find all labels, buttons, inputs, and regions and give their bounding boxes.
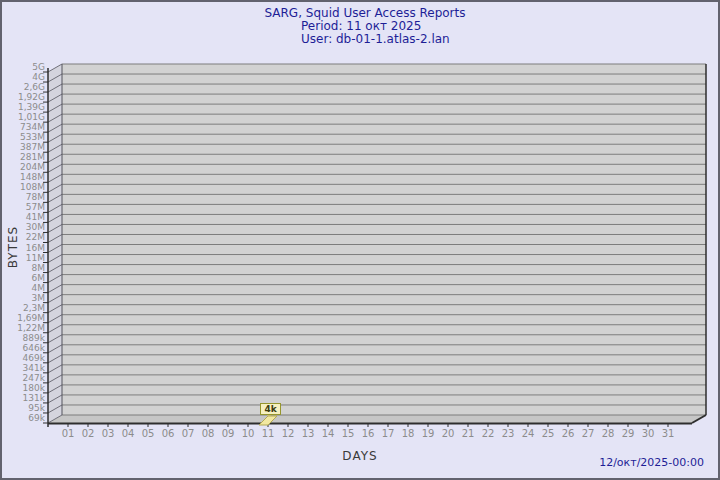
bytes-per-day-plot: [0, 0, 720, 480]
y-tick-label: 4G: [0, 72, 45, 82]
y-tick-label: 5G: [0, 62, 45, 72]
y-tick-label: 204M: [0, 162, 45, 172]
y-tick-label: 78M: [0, 192, 45, 202]
y-tick-label: 2,6G: [0, 82, 45, 92]
y-tick-label: 1,22M: [0, 323, 45, 333]
y-tick-label: 69k: [0, 413, 45, 423]
y-tick-label: 3M: [0, 293, 45, 303]
chart-canvas-area: SARG, Squid User Access Reports Period: …: [0, 0, 720, 480]
y-tick-label: 281M: [0, 152, 45, 162]
y-tick-label: 1,69M: [0, 313, 45, 323]
x-tick-label: 31: [656, 428, 680, 439]
y-tick-label: 889k: [0, 333, 45, 343]
y-tick-label: 533M: [0, 132, 45, 142]
y-tick-label: 1,92G: [0, 92, 45, 102]
sarg-report-chart: SARG, Squid User Access Reports Period: …: [0, 0, 720, 480]
y-tick-label: 131k: [0, 393, 45, 403]
bar-value-callout: 4k: [260, 403, 281, 415]
y-tick-label: 108M: [0, 182, 45, 192]
y-tick-label: 646k: [0, 343, 45, 353]
y-tick-label: 247k: [0, 373, 45, 383]
y-axis-title: BYTES: [6, 207, 22, 287]
y-tick-label: 734M: [0, 122, 45, 132]
y-tick-label: 148M: [0, 172, 45, 182]
y-tick-label: 1,39G: [0, 102, 45, 112]
generated-timestamp: 12/окт/2025-00:00: [599, 456, 704, 469]
y-tick-label: 95k: [0, 403, 45, 413]
y-tick-label: 469k: [0, 353, 45, 363]
x-axis-title: DAYS: [300, 449, 420, 463]
y-tick-label: 341k: [0, 363, 45, 373]
y-tick-label: 387M: [0, 142, 45, 152]
y-tick-label: 180k: [0, 383, 45, 393]
y-tick-label: 1,01G: [0, 112, 45, 122]
y-tick-label: 2,3M: [0, 303, 45, 313]
